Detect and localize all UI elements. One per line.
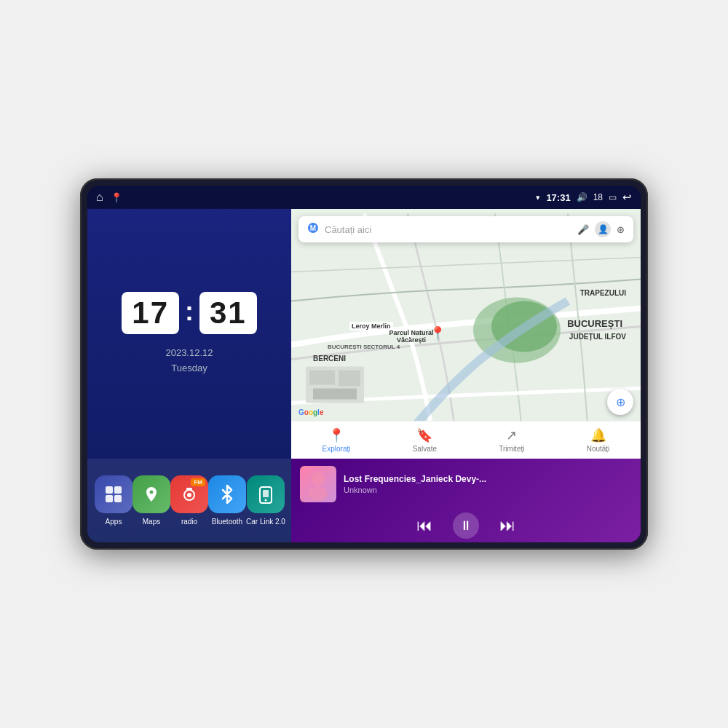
layers-icon[interactable]: ⊛ (617, 224, 625, 235)
location-button[interactable]: ⊕ (607, 389, 633, 415)
status-right: ▾ 17:31 🔊 18 ▭ ↩ (536, 191, 632, 204)
carlink-label: Car Link 2.0 (246, 518, 285, 526)
clock-colon: : (185, 296, 194, 327)
svg-point-22 (312, 472, 325, 486)
google-maps-icon: M (307, 222, 319, 237)
svg-point-23 (309, 486, 328, 501)
device-screen: ⌂ 📍 ▾ 17:31 🔊 18 ▭ ↩ 17 : (87, 186, 641, 542)
svg-point-5 (187, 493, 191, 497)
album-art (300, 466, 336, 502)
device: ⌂ 📍 ▾ 17:31 🔊 18 ▭ ↩ 17 : (80, 178, 648, 550)
status-bar: ⌂ 📍 ▾ 17:31 🔊 18 ▭ ↩ (87, 186, 641, 209)
music-info: Lost Frequencies_Janieck Devy-... Unknow… (291, 459, 641, 508)
maps-label: Maps (143, 518, 160, 526)
music-artist: Unknown (344, 486, 632, 494)
map-label-bucuresti: BUCUREȘTI (567, 318, 622, 329)
nav-share[interactable]: ↗ Trimiteți (499, 427, 524, 453)
svg-text:M: M (310, 224, 316, 232)
search-controls: 🎤 👤 ⊛ (577, 221, 625, 237)
svg-rect-2 (106, 495, 113, 502)
next-button[interactable]: ⏭ (499, 516, 515, 535)
date-display: 2023.12.12 (165, 346, 213, 361)
saved-icon: 🔖 (416, 427, 432, 443)
music-player: Lost Frequencies_Janieck Devy-... Unknow… (291, 459, 641, 542)
clock-hours: 17 (122, 292, 179, 334)
music-controls: ⏮ ⏸ ⏭ (291, 508, 641, 542)
svg-rect-3 (114, 495, 122, 502)
clock-widget: 17 : 31 2023.12.12 Tuesday (87, 209, 291, 459)
explore-icon: 📍 (328, 427, 344, 443)
left-panel: 17 : 31 2023.12.12 Tuesday (87, 209, 291, 542)
home-icon[interactable]: ⌂ (96, 191, 103, 204)
day-display: Tuesday (165, 361, 213, 376)
nav-saved[interactable]: 🔖 Salvate (413, 427, 437, 453)
app-apps[interactable]: Apps (95, 475, 132, 526)
avatar-icon[interactable]: 👤 (595, 221, 611, 237)
svg-rect-0 (106, 486, 113, 494)
app-maps[interactable]: Maps (132, 475, 170, 526)
news-icon: 🔔 (590, 427, 606, 443)
bluetooth-icon (208, 475, 246, 513)
status-left: ⌂ 📍 (96, 191, 122, 204)
signal-icon: ▾ (536, 193, 540, 202)
map-nav-bar: 📍 Explorați 🔖 Salvate ↗ Trimiteți 🔔 (291, 421, 641, 459)
map-label-trapezului: TRAPEZULUI (580, 289, 626, 297)
clock-minutes: 31 (199, 292, 257, 334)
radio-icon: FM (170, 475, 208, 513)
date-info: 2023.12.12 Tuesday (165, 346, 213, 376)
clock-display: 17 : 31 (122, 292, 256, 334)
map-pin: 📍 (430, 325, 446, 341)
nav-explore[interactable]: 📍 Explorați (323, 427, 351, 453)
app-drawer: Apps Maps (87, 459, 291, 542)
map-label-judet: JUDEȚUL ILFOV (569, 333, 626, 341)
maps-status-icon[interactable]: 📍 (111, 192, 122, 203)
back-icon[interactable]: ↩ (622, 191, 632, 204)
map-area[interactable]: TRAPEZULUI BUCUREȘTI JUDEȚUL ILFOV BERCE… (291, 209, 641, 459)
right-panel: TRAPEZULUI BUCUREȘTI JUDEȚUL ILFOV BERCE… (291, 209, 641, 542)
main-content: 17 : 31 2023.12.12 Tuesday (87, 209, 641, 542)
nav-news[interactable]: 🔔 Noutăți (587, 427, 610, 453)
map-label-berceni: BERCENI (313, 355, 346, 363)
app-carlink[interactable]: Car Link 2.0 (246, 475, 285, 526)
svg-rect-6 (186, 488, 192, 490)
map-search-bar[interactable]: M Căutați aici 🎤 👤 ⊛ (298, 216, 633, 242)
apps-label: Apps (106, 518, 122, 526)
music-text: Lost Frequencies_Janieck Devy-... Unknow… (344, 474, 632, 494)
share-icon: ↗ (506, 427, 517, 443)
radio-label: radio (181, 518, 197, 526)
prev-button[interactable]: ⏮ (416, 516, 432, 535)
svg-rect-9 (263, 490, 269, 497)
svg-rect-16 (339, 371, 360, 387)
location-icon: ⊕ (616, 395, 625, 409)
svg-point-10 (264, 499, 266, 502)
svg-rect-15 (309, 371, 335, 385)
mic-icon[interactable]: 🎤 (577, 224, 589, 235)
map-label-sector4: BUCUREȘTI SECTORUL 4 (328, 344, 400, 350)
share-label: Trimiteți (499, 445, 524, 453)
maps-icon (132, 475, 170, 513)
carlink-icon (247, 475, 285, 513)
saved-label: Salvate (413, 445, 437, 453)
play-pause-button[interactable]: ⏸ (453, 513, 479, 539)
apps-icon (95, 475, 132, 513)
svg-rect-17 (313, 389, 357, 400)
time-display: 17:31 (546, 192, 570, 203)
svg-rect-1 (114, 486, 122, 494)
volume-level: 18 (593, 192, 603, 202)
explore-label: Explorați (323, 445, 351, 453)
bluetooth-label: Bluetooth (212, 518, 242, 526)
search-placeholder: Căutați aici (325, 224, 571, 235)
volume-icon: 🔊 (577, 192, 587, 202)
app-bluetooth[interactable]: Bluetooth (208, 475, 246, 526)
battery-icon: ▭ (609, 192, 617, 202)
google-logo: Google (298, 408, 323, 416)
fm-badge: FM (191, 478, 205, 486)
app-radio[interactable]: FM radio (170, 475, 208, 526)
news-label: Noutăți (587, 445, 610, 453)
music-title: Lost Frequencies_Janieck Devy-... (344, 474, 632, 484)
